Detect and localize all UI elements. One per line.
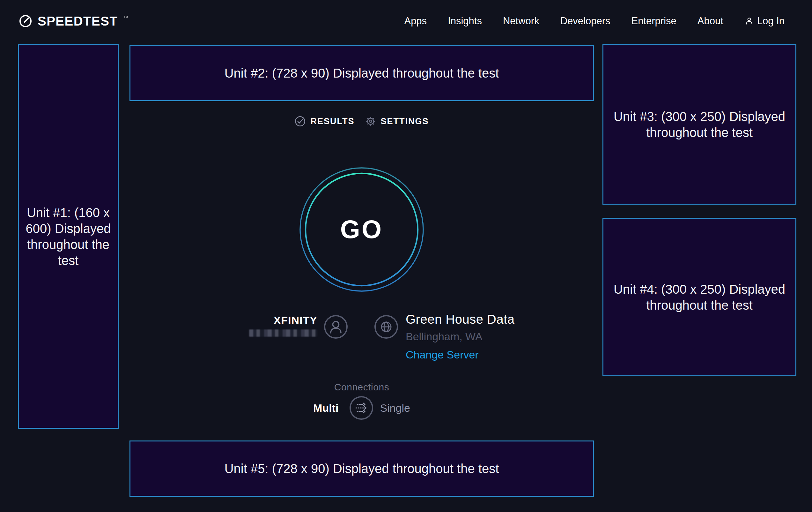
multi-connection-arrows-icon — [349, 396, 374, 420]
globe-icon — [374, 315, 398, 339]
nav-item-about[interactable]: About — [697, 15, 723, 27]
ad-unit-3[interactable]: Unit #3: (300 x 250) Displayed throughou… — [603, 44, 796, 205]
server-stack: Green House Data Bellingham, WA Change S… — [406, 312, 515, 361]
ad-unit-4-text: Unit #4: (300 x 250) Displayed throughou… — [603, 281, 795, 313]
login-label: Log In — [757, 15, 785, 27]
connection-info-row: XFINITY — [129, 310, 594, 361]
tab-settings[interactable]: SETTINGS — [365, 115, 429, 127]
tab-results-label: RESULTS — [310, 116, 354, 127]
ad-unit-2-text: Unit #2: (728 x 90) Displayed throughout… — [218, 65, 505, 81]
tab-settings-label: SETTINGS — [381, 116, 429, 127]
go-button[interactable]: GO — [299, 167, 424, 292]
nav-item-enterprise[interactable]: Enterprise — [631, 15, 676, 27]
ad-unit-1-text: Unit #1: (160 x 600) Displayed throughou… — [19, 205, 118, 268]
brand-trademark: ™ — [123, 15, 128, 20]
speedometer-icon — [19, 14, 32, 28]
ad-unit-5[interactable]: Unit #5: (728 x 90) Displayed throughout… — [129, 440, 594, 497]
connections-label: Connections — [129, 382, 594, 393]
tab-results[interactable]: RESULTS — [294, 115, 354, 127]
gear-icon — [365, 115, 376, 127]
connections-multi-label[interactable]: Multi — [313, 402, 338, 414]
isp-user-icon — [324, 315, 348, 339]
speedtest-page: SPEEDTEST ™ Apps Insights Network Develo… — [0, 0, 812, 512]
brand-name: SPEEDTEST — [38, 14, 118, 28]
isp-stack: XFINITY — [249, 314, 317, 337]
tabs-row: RESULTS — [129, 115, 594, 127]
server-location: Bellingham, WA — [406, 330, 483, 343]
login-button[interactable]: Log In — [744, 15, 785, 27]
main-test-area: Unit #2: (728 x 90) Displayed throughout… — [129, 0, 594, 512]
isp-block: XFINITY — [129, 310, 362, 361]
isp-name[interactable]: XFINITY — [273, 314, 317, 327]
speedtest-logo[interactable]: SPEEDTEST ™ — [19, 14, 128, 28]
connections-single-label[interactable]: Single — [380, 402, 410, 414]
server-block: Green House Data Bellingham, WA Change S… — [362, 310, 594, 361]
ad-unit-2[interactable]: Unit #2: (728 x 90) Displayed throughout… — [129, 45, 594, 101]
ad-unit-5-text: Unit #5: (728 x 90) Displayed throughout… — [218, 461, 505, 477]
check-circle-icon — [294, 115, 306, 127]
ad-unit-4[interactable]: Unit #4: (300 x 250) Displayed throughou… — [603, 218, 796, 376]
user-icon — [744, 16, 754, 26]
go-button-label: GO — [299, 167, 424, 292]
ad-unit-3-text: Unit #3: (300 x 250) Displayed throughou… — [603, 109, 795, 140]
connections-toggle-button[interactable] — [349, 396, 374, 420]
connections-row: Multi Singl — [129, 396, 594, 420]
redacted-ip-pixelated — [249, 329, 317, 337]
ad-unit-1[interactable]: Unit #1: (160 x 600) Displayed throughou… — [18, 44, 119, 429]
change-server-link[interactable]: Change Server — [406, 349, 479, 361]
server-name: Green House Data — [406, 312, 515, 327]
